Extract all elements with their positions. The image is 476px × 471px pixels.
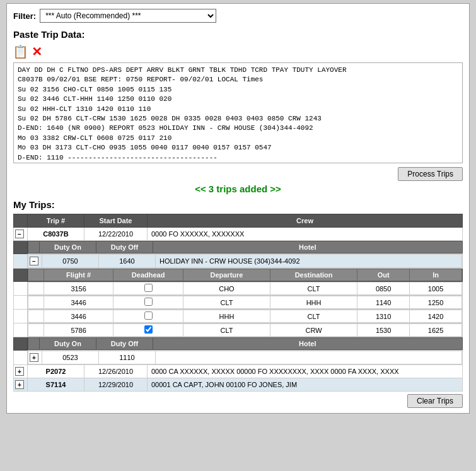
flight-number: 5786 xyxy=(44,324,113,337)
duty-on-header: Duty On xyxy=(40,241,96,253)
destination: HHH xyxy=(270,296,357,309)
flight-number: 3446 xyxy=(44,310,113,323)
duty-hotel: HOLIDAY INN - CRW HOUSE (304)344-4092 xyxy=(156,255,462,268)
col-crew: Crew xyxy=(148,214,463,228)
process-trips-button[interactable]: Process Trips xyxy=(398,167,463,181)
deadhead-header: Deadhead xyxy=(113,269,183,281)
filter-row: Filter: *** Auto (Recommended) *** xyxy=(13,9,463,23)
clear-trips-button[interactable]: Clear Trips xyxy=(407,394,463,408)
duty-expand-btn-cell: − xyxy=(28,255,42,268)
duty-row: + 0523 1110 xyxy=(14,351,463,365)
deadhead-checkbox[interactable] xyxy=(144,284,153,292)
in-time: 1005 xyxy=(410,282,462,295)
out-time: 0850 xyxy=(357,282,410,295)
flight-row: 3446 HHH CLT 1310 1420 xyxy=(14,310,463,323)
trip-expand-btn[interactable]: + xyxy=(15,367,24,376)
duty-header-row: Duty On Duty Off Hotel xyxy=(14,241,463,254)
destination: CLT xyxy=(270,310,357,323)
duty-row: − 0750 1640 HOLIDAY INN - CRW HOUSE (304… xyxy=(14,254,463,269)
duty-on: 0523 xyxy=(42,351,99,364)
clipboard-icon[interactable]: 📋 xyxy=(13,44,27,60)
duty-off-header: Duty Off xyxy=(96,241,153,253)
duty-expand-btn[interactable]: + xyxy=(30,353,38,362)
filter-select[interactable]: *** Auto (Recommended) *** xyxy=(40,9,216,23)
trip-expand-btn-cell: + xyxy=(14,378,28,392)
destination: CRW xyxy=(270,324,357,337)
flight-number: 3156 xyxy=(44,282,113,295)
paste-section-title: Paste Trip Data: xyxy=(13,29,463,40)
hotel-header: Hotel xyxy=(153,241,463,253)
duty-expand-btn[interactable]: − xyxy=(30,257,38,265)
clear-btn-row: Clear Trips xyxy=(13,394,463,408)
trip-crew: 00001 CA CAPT, JOHN 00100 FO JONES, JIM xyxy=(148,378,463,392)
in-time: 1420 xyxy=(410,310,462,323)
deadhead-checkbox[interactable] xyxy=(144,325,153,334)
trip-start-date: 12/26/2010 xyxy=(84,365,148,378)
trip-expand-btn-cell: + xyxy=(14,365,28,378)
hotel-header: Hotel xyxy=(153,338,463,350)
trip-number: C8037B xyxy=(28,228,84,241)
deadhead-cell xyxy=(113,282,183,295)
col-trip-num: Trip # xyxy=(28,214,84,228)
duty-off-header: Duty Off xyxy=(96,338,153,350)
duty-off: 1640 xyxy=(99,255,156,268)
flight-row: 3446 CLT HHH 1140 1250 xyxy=(14,296,463,310)
out-header: Out xyxy=(357,269,410,281)
process-btn-row: Process Trips xyxy=(13,167,463,181)
deadhead-checkbox[interactable] xyxy=(144,311,153,320)
paste-icons-row: 📋 ✕ xyxy=(13,44,463,60)
flight-num-header: Flight # xyxy=(44,269,113,281)
deadhead-cell xyxy=(113,324,183,337)
deadhead-checkbox[interactable] xyxy=(144,298,153,306)
trip-row: + P2072 12/26/2010 0000 CA XXXXXX, XXXXX… xyxy=(14,365,463,378)
trip-crew: 0000 FO XXXXXX, XXXXXXX xyxy=(148,228,463,241)
deadhead-cell xyxy=(113,296,183,309)
duty-off: 1110 xyxy=(99,351,156,364)
trip-expand-btn[interactable]: − xyxy=(15,230,24,238)
duty-on-header: Duty On xyxy=(40,338,96,350)
in-time: 1250 xyxy=(410,296,462,309)
flight-row: 3156 CHO CLT 0850 1005 xyxy=(14,282,463,296)
duty-header-row: Duty On Duty Off Hotel xyxy=(14,337,463,351)
out-time: 1310 xyxy=(357,310,410,323)
flight-number: 3446 xyxy=(44,296,113,309)
duty-expand-col xyxy=(28,241,40,253)
duty-on: 0750 xyxy=(42,255,99,268)
in-header: In xyxy=(410,269,462,281)
departure: CHO xyxy=(183,282,270,295)
trip-row: + S7114 12/29/2010 00001 CA CAPT, JOHN 0… xyxy=(14,378,463,392)
destination-header: Destination xyxy=(270,269,357,281)
flight-row: 5786 CLT CRW 1530 1625 xyxy=(14,323,463,337)
trip-row: − C8037B 12/22/2010 0000 FO XXXXXX, XXXX… xyxy=(14,228,463,241)
main-container: Filter: *** Auto (Recommended) *** Paste… xyxy=(6,3,470,414)
trips-tbody: − C8037B 12/22/2010 0000 FO XXXXXX, XXXX… xyxy=(14,228,463,392)
trip-data-box[interactable]: DAY DD DH C FLTNO DPS-ARS DEPT ARRV BLKT… xyxy=(13,62,463,163)
flight-header-row: Flight # Deadhead Departure Destination … xyxy=(14,269,463,282)
departure: CLT xyxy=(183,296,270,309)
my-trips-title: My Trips: xyxy=(13,199,463,210)
departure: CLT xyxy=(183,324,270,337)
duty-expand-btn-cell: + xyxy=(28,351,42,364)
trip-expand-btn-cell: − xyxy=(14,228,28,241)
destination: CLT xyxy=(270,282,357,295)
duty-hotel xyxy=(156,351,462,364)
trips-added-message: << 3 trips added >> xyxy=(13,183,463,194)
out-time: 1140 xyxy=(357,296,410,309)
duty-expand-col xyxy=(28,338,40,350)
trips-table: Trip # Start Date Crew − C8037B 12/22/20… xyxy=(13,214,463,392)
trip-crew: 0000 CA XXXXXX, XXXXX 00000 FO XXXXXXXX,… xyxy=(148,365,463,378)
col-expand xyxy=(14,214,28,228)
deadhead-cell xyxy=(113,310,183,323)
col-start-date: Start Date xyxy=(84,214,148,228)
filter-label: Filter: xyxy=(13,11,36,21)
departure: HHH xyxy=(183,310,270,323)
trip-number: P2072 xyxy=(28,365,84,378)
trip-start-date: 12/29/2010 xyxy=(84,378,148,392)
clear-paste-icon[interactable]: ✕ xyxy=(30,44,44,60)
departure-header: Departure xyxy=(183,269,270,281)
trip-expand-btn[interactable]: + xyxy=(15,380,24,389)
out-time: 1530 xyxy=(357,324,410,337)
in-time: 1625 xyxy=(410,324,462,337)
trip-start-date: 12/22/2010 xyxy=(84,228,148,241)
trips-table-header: Trip # Start Date Crew xyxy=(14,214,463,228)
